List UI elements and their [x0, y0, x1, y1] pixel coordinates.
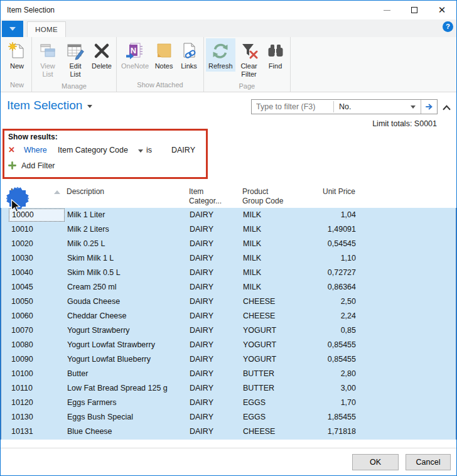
table-row[interactable]: 10000Milk 1 LiterDAIRYMILK1,04 — [1, 208, 456, 222]
table-cell[interactable]: 10045 — [11, 280, 67, 295]
table-cell[interactable]: MILK — [243, 237, 293, 251]
table-cell[interactable]: 10130 — [11, 410, 67, 425]
table-cell[interactable]: 10131 — [11, 425, 67, 439]
refresh-button[interactable]: Refresh — [206, 38, 235, 72]
column-header-unit-price[interactable]: Unit Price — [293, 187, 355, 208]
table-cell[interactable]: MILK — [243, 266, 293, 280]
find-button[interactable]: Find — [263, 38, 288, 72]
table-cell[interactable]: EGGS — [243, 410, 293, 425]
table-row[interactable]: 10020Milk 0.25 LDAIRYMILK0,54545 — [1, 237, 456, 251]
table-cell[interactable]: Milk 1 Liter — [67, 208, 190, 222]
table-cell[interactable]: DAIRY — [190, 208, 243, 222]
help-button[interactable]: ? — [443, 21, 453, 35]
view-list-button[interactable]: View List — [34, 38, 62, 80]
delete-button[interactable]: Delete — [89, 38, 114, 72]
table-cell[interactable]: DAIRY — [190, 425, 243, 439]
table-cell[interactable]: YOGURT — [243, 323, 293, 338]
edit-list-button[interactable]: Edit List — [62, 38, 89, 80]
table-cell[interactable]: DAIRY — [190, 338, 243, 352]
table-cell[interactable]: MILK — [243, 222, 293, 237]
condition-field-caret-icon[interactable] — [138, 149, 143, 153]
filter-value-field[interactable]: DAIRY — [171, 146, 195, 154]
table-cell[interactable]: DAIRY — [190, 396, 243, 410]
table-cell[interactable]: 10050 — [11, 295, 67, 309]
onenote-button[interactable]: N OneNote — [119, 38, 151, 72]
table-cell[interactable]: Yogurt Strawberry — [67, 323, 190, 338]
column-header-item-category[interactable]: Item Categor... — [189, 187, 242, 208]
clear-filter-button[interactable]: Clear Filter — [235, 38, 263, 80]
column-header-product-group[interactable]: Product Group Code — [242, 187, 293, 208]
table-cell[interactable]: 2,24 — [293, 309, 356, 323]
table-cell[interactable]: 0,54545 — [293, 237, 356, 251]
table-cell[interactable]: DAIRY — [190, 323, 243, 338]
table-cell[interactable]: 1,49091 — [293, 222, 356, 237]
table-row[interactable]: 10090Yogurt Lowfat BlueberryDAIRYYOGURT0… — [1, 352, 456, 367]
minimize-icon[interactable] — [382, 6, 391, 14]
table-cell[interactable]: Milk 0.25 L — [67, 237, 190, 251]
table-row[interactable]: 10100ButterDAIRYBUTTER2,80 — [1, 367, 456, 381]
table-cell[interactable]: 10120 — [11, 396, 67, 410]
table-cell[interactable]: 10040 — [11, 266, 67, 280]
table-cell[interactable]: YOGURT — [243, 338, 293, 352]
table-cell[interactable]: DAIRY — [190, 367, 243, 381]
table-row[interactable]: 10030Skim Milk 1 LDAIRYMILK1,10 — [1, 251, 456, 266]
add-filter-icon[interactable] — [8, 161, 16, 172]
table-cell[interactable]: 10020 — [11, 237, 67, 251]
table-cell[interactable]: Skim Milk 0.5 L — [67, 266, 190, 280]
table-cell[interactable]: DAIRY — [190, 237, 243, 251]
table-cell[interactable]: Milk 2 Liters — [67, 222, 190, 237]
table-row[interactable]: 10110Low Fat Bread Spread 125 gDAIRYBUTT… — [1, 381, 456, 396]
table-cell[interactable]: Gouda Cheese — [67, 295, 190, 309]
table-cell[interactable]: Low Fat Bread Spread 125 g — [67, 381, 190, 396]
table-cell[interactable]: 1,10 — [293, 251, 356, 266]
new-button[interactable]: New — [4, 38, 30, 72]
table-cell[interactable]: 1,04 — [293, 208, 356, 222]
column-header-no[interactable]: No. — [11, 187, 67, 208]
table-cell[interactable]: DAIRY — [190, 309, 243, 323]
table-cell[interactable]: 10030 — [11, 251, 67, 266]
table-cell[interactable]: 10090 — [11, 352, 67, 367]
cancel-button[interactable]: Cancel — [406, 454, 451, 470]
table-cell[interactable]: DAIRY — [190, 280, 243, 295]
table-cell[interactable]: DAIRY — [190, 381, 243, 396]
table-cell[interactable]: Yogurt Lowfat Blueberry — [67, 352, 190, 367]
table-cell[interactable]: BUTTER — [243, 381, 293, 396]
table-cell[interactable]: 10010 — [11, 222, 67, 237]
table-cell[interactable]: 10070 — [11, 323, 67, 338]
table-cell[interactable]: EGGS — [243, 396, 293, 410]
table-cell[interactable]: Eggs Bush Special — [67, 410, 190, 425]
table-row[interactable]: 10050Gouda CheeseDAIRYCHEESE2,50 — [1, 295, 456, 309]
table-cell[interactable]: DAIRY — [190, 352, 243, 367]
table-row[interactable]: 10131Blue CheeseDAIRYCHEESE1,71818 — [1, 425, 456, 439]
table-cell[interactable]: 10110 — [11, 381, 67, 396]
table-cell[interactable]: Eggs Farmers — [67, 396, 190, 410]
table-cell[interactable]: MILK — [243, 251, 293, 266]
table-cell[interactable]: DAIRY — [190, 222, 243, 237]
table-cell[interactable]: 0,85455 — [293, 338, 356, 352]
tab-home[interactable]: HOME — [27, 21, 66, 37]
table-cell[interactable]: CHEESE — [243, 295, 293, 309]
remove-filter-icon[interactable]: ✕ — [8, 145, 15, 154]
table-cell[interactable]: DAIRY — [190, 410, 243, 425]
table-cell[interactable]: 10060 — [11, 309, 67, 323]
table-cell[interactable]: 0,85455 — [293, 352, 356, 367]
notes-button[interactable]: Notes — [151, 38, 176, 72]
table-row[interactable]: 10130Eggs Bush SpecialDAIRYEGGS1,85455 — [1, 410, 456, 425]
table-cell[interactable]: 0,72727 — [293, 266, 356, 280]
table-cell[interactable]: Skim Milk 1 L — [67, 251, 190, 266]
table-cell[interactable]: Cheddar Cheese — [67, 309, 190, 323]
table-cell[interactable]: 3,00 — [293, 381, 356, 396]
table-row[interactable]: 10060Cheddar CheeseDAIRYCHEESE2,24 — [1, 309, 456, 323]
table-cell[interactable]: Yogurt Lowfat Strawberry — [67, 338, 190, 352]
filter-field-selector[interactable]: No. — [334, 100, 421, 114]
table-cell[interactable]: 1,85455 — [293, 410, 356, 425]
table-cell[interactable]: BUTTER — [243, 367, 293, 381]
table-cell[interactable]: YOGURT — [243, 352, 293, 367]
table-row[interactable]: 10120Eggs FarmersDAIRYEGGS1,70 — [1, 396, 456, 410]
table-cell[interactable]: 1,70 — [293, 396, 356, 410]
close-icon[interactable]: ✕ — [438, 6, 446, 14]
page-title[interactable]: Item Selection — [7, 99, 92, 112]
table-cell[interactable]: Blue Cheese — [67, 425, 190, 439]
table-cell[interactable]: 10000 — [9, 208, 65, 222]
links-button[interactable]: Links — [176, 38, 202, 72]
